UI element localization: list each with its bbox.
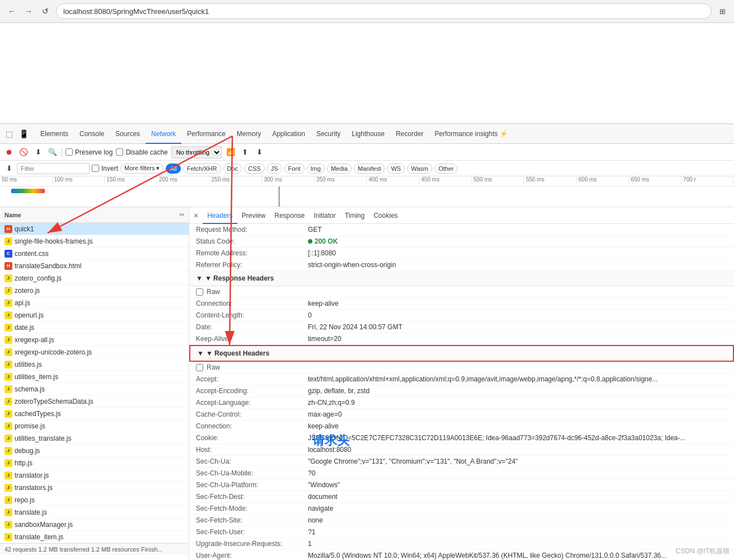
file-item[interactable]: Hquick1 xyxy=(0,223,189,235)
chip-fetchxhr[interactable]: Fetch/XHR xyxy=(183,164,221,174)
device-icon[interactable]: 📱 xyxy=(17,127,30,141)
chip-media[interactable]: Media xyxy=(327,164,352,174)
file-name: schema.js xyxy=(15,385,45,393)
chip-js[interactable]: JS xyxy=(267,164,282,174)
detail-tab-headers[interactable]: Headers xyxy=(203,207,237,224)
online-icon[interactable]: 📶 xyxy=(225,147,236,158)
response-raw-checkbox[interactable] xyxy=(196,288,203,296)
forward-button[interactable]: → xyxy=(22,5,35,17)
date-row: Date: Fri, 22 Nov 2024 14:00:57 GMT xyxy=(189,321,734,333)
tab-console[interactable]: Console xyxy=(74,124,110,144)
disable-cache-checkbox[interactable] xyxy=(116,148,123,156)
tick-400: 400 ms xyxy=(367,176,419,186)
tab-network[interactable]: Network xyxy=(146,124,181,144)
download-icon[interactable]: ⬇ xyxy=(254,147,265,158)
referrer-policy-row: Referrer Policy: strict-origin-when-cros… xyxy=(189,259,734,271)
file-item[interactable]: Jutilities_item.js xyxy=(0,371,189,383)
file-item[interactable]: Jtranslate_item.js xyxy=(0,531,189,543)
chip-img[interactable]: Img xyxy=(307,164,325,174)
accept-language-value: zh-CN,zh;q=0.9 xyxy=(308,399,727,407)
file-name: translate_item.js xyxy=(15,533,63,541)
detail-tab-preview[interactable]: Preview xyxy=(237,207,270,224)
invert-checkbox[interactable] xyxy=(92,165,99,172)
file-item[interactable]: Jrepo.js xyxy=(0,494,189,506)
tab-sources[interactable]: Sources xyxy=(110,124,146,144)
file-item[interactable]: Jzotero_config.js xyxy=(0,272,189,284)
more-filters-btn[interactable]: More filters ▾ xyxy=(120,164,163,174)
file-item[interactable]: Jdate.js xyxy=(0,321,189,334)
invert-label[interactable]: Invert xyxy=(92,165,118,172)
close-button[interactable]: × xyxy=(194,211,198,220)
file-item[interactable]: Jtranslator.js xyxy=(0,469,189,482)
detail-tab-initiator[interactable]: Initiator xyxy=(309,207,340,224)
timeline-marker xyxy=(279,186,279,207)
chip-css[interactable]: CSS xyxy=(244,164,265,174)
resize-handle[interactable]: ⇔ xyxy=(179,211,184,218)
chip-font[interactable]: Font xyxy=(284,164,305,174)
file-icon-js: J xyxy=(4,361,12,368)
filter-icon[interactable]: ⬇ xyxy=(3,163,15,174)
file-item[interactable]: JsandboxManager.js xyxy=(0,519,189,531)
tab-lighthouse[interactable]: Lighthouse xyxy=(346,124,390,144)
file-item[interactable]: Jsingle-file-hooks-frames.js xyxy=(0,235,189,248)
tab-memory[interactable]: Memory xyxy=(231,124,267,144)
upload-icon[interactable]: ⬆ xyxy=(240,147,251,158)
record-button[interactable]: ⏺ xyxy=(3,147,15,158)
file-item[interactable]: Jtranslate.js xyxy=(0,506,189,519)
reload-button[interactable]: ↺ xyxy=(39,5,52,17)
detail-tab-timing[interactable]: Timing xyxy=(340,207,370,224)
tab-recorder[interactable]: Recorder xyxy=(390,124,429,144)
chip-ws[interactable]: WS xyxy=(387,164,405,174)
chip-wasm[interactable]: Wasm xyxy=(407,164,432,174)
filter-input[interactable] xyxy=(17,163,90,174)
file-item[interactable]: JzoteroTypeSchemaData.js xyxy=(0,395,189,408)
preserve-log-checkbox[interactable] xyxy=(66,148,73,156)
file-item[interactable]: Jxregexp-unicode-zotero.js xyxy=(0,346,189,358)
file-item[interactable]: Jhttp.js xyxy=(0,457,189,469)
tab-application[interactable]: Application xyxy=(267,124,311,144)
tab-security[interactable]: Security xyxy=(311,124,346,144)
file-item[interactable]: Jzotero.js xyxy=(0,284,189,297)
file-name: content.css xyxy=(15,250,49,258)
tab-performance[interactable]: Performance xyxy=(181,124,231,144)
file-item[interactable]: Jutilities_translate.js xyxy=(0,432,189,445)
file-item[interactable]: Jtranslators.js xyxy=(0,482,189,494)
filter-button[interactable]: ⬇ xyxy=(32,147,44,158)
tick-300: 300 ms xyxy=(262,176,315,186)
file-item[interactable]: Ccontent.css xyxy=(0,248,189,260)
file-name: utilities_translate.js xyxy=(15,435,71,442)
tab-perf-insights[interactable]: Performance insights ⚡ xyxy=(429,124,513,144)
search-button[interactable]: 🔍 xyxy=(47,147,58,158)
back-button[interactable]: ← xyxy=(6,5,18,17)
file-item[interactable]: Jopenurl.js xyxy=(0,309,189,321)
disable-cache-label[interactable]: Disable cache xyxy=(116,148,167,156)
file-item[interactable]: HtranslateSandbox.html xyxy=(0,260,189,272)
chip-doc[interactable]: Doc xyxy=(223,164,242,174)
chip-manifest[interactable]: Manifest xyxy=(354,164,385,174)
file-item[interactable]: Jxregexp-all.js xyxy=(0,334,189,346)
preserve-log-label[interactable]: Preserve log xyxy=(66,148,113,156)
tab-elements[interactable]: Elements xyxy=(35,124,74,144)
request-raw-checkbox[interactable] xyxy=(196,364,203,371)
sec-fetch-site-label: Sec-Fetch-Site: xyxy=(196,516,308,524)
sec-fetch-mode-label: Sec-Fetch-Mode: xyxy=(196,505,308,512)
inspect-icon[interactable]: ⬚ xyxy=(2,127,16,141)
cache-control-row: Cache-Control: max-age=0 xyxy=(189,409,734,421)
file-item[interactable]: Jutilities.js xyxy=(0,358,189,371)
detail-tab-response[interactable]: Response xyxy=(270,207,309,224)
clear-button[interactable]: 🚫 xyxy=(18,147,29,158)
file-item[interactable]: JcachedTypes.js xyxy=(0,408,189,420)
chip-all[interactable]: All xyxy=(166,164,180,174)
detail-tab-cookies[interactable]: Cookies xyxy=(369,207,402,224)
request-headers-section[interactable]: ▼ ▼ Request Headers xyxy=(189,345,734,362)
file-item[interactable]: Japi.js xyxy=(0,297,189,309)
file-item[interactable]: Jdebug.js xyxy=(0,445,189,457)
file-item[interactable]: Jpromise.js xyxy=(0,420,189,432)
tick-100: 100 ms xyxy=(53,176,105,186)
response-headers-section[interactable]: ▼ ▼ Response Headers xyxy=(189,271,734,286)
address-bar[interactable]: localhost:8080/SpringMvcThree/user5/quic… xyxy=(56,3,712,19)
throttle-select[interactable]: No throttling xyxy=(171,146,222,158)
file-item[interactable]: Jschema.js xyxy=(0,383,189,395)
apps-button[interactable]: ⊞ xyxy=(716,5,728,17)
chip-other[interactable]: Other xyxy=(434,164,458,174)
